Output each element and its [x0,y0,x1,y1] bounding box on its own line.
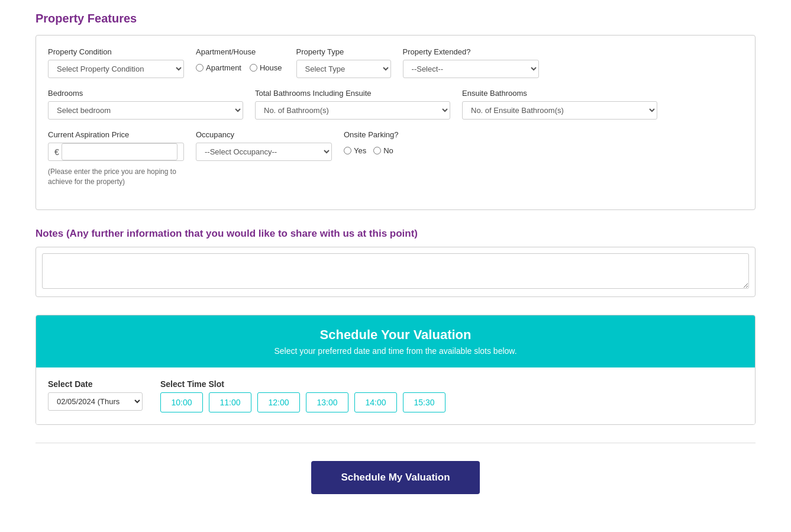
property-condition-select[interactable]: Select Property Condition Excellent Good… [48,60,184,78]
notes-section: Notes (Any further information that you … [35,228,756,297]
ensuite-bathrooms-select[interactable]: No. of Ensuite Bathroom(s) 0 1 2 3 [462,101,657,120]
property-type-label: Property Type [296,47,391,56]
onsite-parking-label: Onsite Parking? [344,130,399,139]
form-row-2: Bedrooms Select bedroom 1 2 3 4 5 6+ Tot… [48,89,743,120]
house-radio[interactable] [250,64,257,72]
select-date-label: Select Date [48,379,143,389]
timeslot-group: Select Time Slot 10:00 11:00 12:00 13:00… [160,379,445,412]
date-select[interactable]: 02/05/2024 (Thurs 09/05/2024 (Thurs) 16/… [48,392,143,411]
parking-no-label[interactable]: No [373,146,393,155]
property-type-group: Property Type Select Type Detached Semi-… [296,47,391,78]
apartment-house-radio-group: Apartment House [196,60,285,76]
notes-title: Notes (Any further information that you … [35,228,756,240]
euro-symbol: € [54,147,59,157]
apartment-radio-label[interactable]: Apartment [196,63,244,72]
schedule-title: Schedule Your Valuation [48,327,743,343]
apartment-radio-text: Apartment [206,63,241,72]
timeslots-container: 10:00 11:00 12:00 13:00 14:00 15:30 [160,392,445,412]
ensuite-bathrooms-group: Ensuite Bathrooms No. of Ensuite Bathroo… [462,89,657,120]
timeslot-1000[interactable]: 10:00 [160,392,203,412]
bedrooms-group: Bedrooms Select bedroom 1 2 3 4 5 6+ [48,89,243,120]
form-row-1: Property Condition Select Property Condi… [48,47,743,78]
property-features-box: Property Condition Select Property Condi… [35,35,756,210]
timeslot-1530[interactable]: 15:30 [403,392,445,412]
property-extended-select[interactable]: --Select-- Yes No [403,60,539,78]
occupancy-group: Occupancy --Select Occupancy-- Owner Occ… [196,130,332,161]
schedule-my-valuation-button[interactable]: Schedule My Valuation [311,461,479,494]
parking-no-text: No [383,146,393,155]
apartment-radio[interactable] [196,64,204,72]
bedrooms-label: Bedrooms [48,89,243,98]
occupancy-select[interactable]: --Select Occupancy-- Owner Occupied Tena… [196,143,332,161]
occupancy-label: Occupancy [196,130,332,139]
timeslot-label: Select Time Slot [160,379,445,389]
notes-textarea[interactable] [42,253,749,289]
form-row-3: Current Aspiration Price € (Please enter… [48,130,743,187]
aspiration-price-label: Current Aspiration Price [48,130,184,139]
property-extended-label: Property Extended? [403,47,539,56]
parking-yes-text: Yes [354,146,366,155]
apartment-house-group: Apartment/House Apartment House [196,47,285,76]
house-radio-label[interactable]: House [250,63,285,72]
schedule-section: Schedule Your Valuation Select your pref… [35,315,756,425]
aspiration-price-group: Current Aspiration Price € (Please enter… [48,130,184,187]
timeslot-1300[interactable]: 13:00 [306,392,348,412]
timeslot-1100[interactable]: 11:00 [209,392,251,412]
apartment-house-label: Apartment/House [196,47,285,56]
schedule-header: Schedule Your Valuation Select your pref… [36,315,755,367]
property-extended-group: Property Extended? --Select-- Yes No [403,47,539,78]
onsite-parking-group: Onsite Parking? Yes No [344,130,399,159]
divider [35,443,756,443]
aspiration-price-input[interactable] [62,143,177,160]
bedrooms-select[interactable]: Select bedroom 1 2 3 4 5 6+ [48,101,243,120]
total-bathrooms-label: Total Bathrooms Including Ensuite [255,89,450,98]
property-condition-group: Property Condition Select Property Condi… [48,47,184,78]
total-bathrooms-select[interactable]: No. of Bathroom(s) 1 2 3 4 5 [255,101,450,120]
parking-yes-radio[interactable] [344,147,351,154]
parking-no-radio[interactable] [373,147,381,154]
date-group: Select Date 02/05/2024 (Thurs 09/05/2024… [48,379,143,411]
ensuite-bathrooms-label: Ensuite Bathrooms [462,89,657,98]
property-type-select[interactable]: Select Type Detached Semi-Detached Terra… [296,60,391,78]
price-input-wrapper: € [48,143,184,161]
timeslot-1400[interactable]: 14:00 [354,392,397,412]
price-hint: (Please enter the price you are hoping t… [48,167,184,187]
timeslot-1200[interactable]: 12:00 [257,392,300,412]
property-features-title: Property Features [35,12,756,25]
onsite-radio-group: Yes No [344,143,399,159]
parking-yes-label[interactable]: Yes [344,146,366,155]
total-bathrooms-group: Total Bathrooms Including Ensuite No. of… [255,89,450,120]
submit-row: Schedule My Valuation [35,461,756,512]
property-condition-label: Property Condition [48,47,184,56]
schedule-body: Select Date 02/05/2024 (Thurs 09/05/2024… [36,367,755,424]
notes-box [35,247,756,297]
house-radio-text: House [260,63,282,72]
schedule-subtitle: Select your preferred date and time from… [48,346,743,356]
